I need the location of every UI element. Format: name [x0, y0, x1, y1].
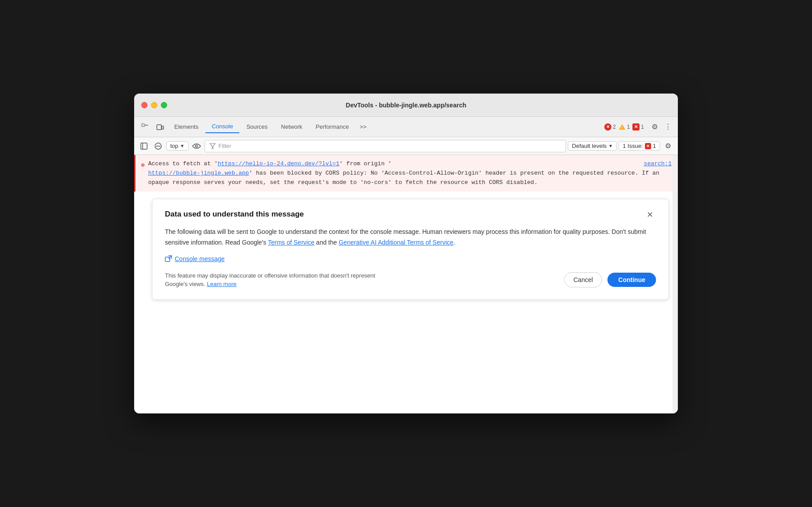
dialog-footer: This feature may display inaccurate or o… [165, 271, 656, 289]
scrollbar[interactable] [673, 155, 678, 413]
svg-rect-2 [157, 125, 161, 130]
info-badge: ✕ 1 [632, 123, 644, 131]
element-selector-icon[interactable] [138, 120, 152, 134]
learn-more-link[interactable]: Learn more [207, 281, 236, 287]
warning-badge: ! 1 [619, 123, 630, 131]
close-button[interactable] [141, 102, 148, 108]
error-badge: ✕ 2 [604, 123, 616, 131]
settings-icon[interactable]: ⚙ [648, 121, 661, 133]
console-settings-icon[interactable]: ⚙ [662, 140, 674, 152]
data-dialog: Data used to understand this message ✕ T… [152, 199, 669, 300]
dialog-body: The following data will be sent to Googl… [165, 227, 656, 248]
tab-performance[interactable]: Performance [309, 121, 355, 133]
cors-fetch-url-link[interactable]: https://hello-io-24.deno.dev/?lvl=1 [217, 160, 339, 167]
more-tabs-button[interactable]: >> [356, 120, 370, 134]
svg-text:!: ! [621, 126, 623, 130]
continue-button[interactable]: Continue [607, 273, 656, 287]
error-message-row: ⊗ Access to fetch at 'https://hello-io-2… [134, 155, 678, 192]
sidebar-toggle-icon[interactable] [138, 140, 150, 152]
error-circle-icon: ⊗ [141, 160, 144, 187]
tab-elements[interactable]: Elements [168, 121, 205, 133]
svg-rect-0 [142, 124, 144, 127]
tab-network[interactable]: Network [275, 121, 309, 133]
error-source-link[interactable]: search:1 [644, 159, 672, 169]
default-levels-selector[interactable]: Default levels ▼ [568, 141, 617, 151]
issue-error-icon: ✕ [645, 143, 651, 149]
console-content: ⊗ Access to fetch at 'https://hello-io-2… [134, 155, 678, 413]
console-toolbar: top ▼ Filter Default levels ▼ 1 Issue: ✕… [134, 137, 678, 155]
chevron-down-icon: ▼ [180, 143, 185, 148]
more-options-icon[interactable]: ⋮ [662, 121, 674, 133]
footer-disclaimer: This feature may display inaccurate or o… [165, 271, 388, 289]
window-title: DevTools - bubble-jingle.web.app/search [346, 102, 466, 109]
error-badge-group: ✕ 2 ! 1 ✕ 1 [604, 123, 644, 131]
clear-console-icon[interactable] [152, 140, 164, 152]
filter-bar[interactable]: Filter [205, 140, 566, 152]
info-icon: ✕ [632, 123, 640, 131]
external-link-icon [165, 255, 172, 262]
cancel-button[interactable]: Cancel [564, 272, 603, 287]
warning-icon: ! [619, 123, 626, 131]
origin-url-link[interactable]: https://bubble-jingle.web.app [148, 170, 249, 176]
svg-point-10 [195, 145, 197, 147]
tos-link[interactable]: Terms of Service [268, 239, 314, 246]
tab-bar: Elements Console Sources Network Perform… [134, 117, 678, 137]
dialog-title: Data used to understand this message [165, 210, 304, 219]
error-icon: ✕ [604, 123, 611, 131]
traffic-lights [141, 102, 167, 108]
svg-rect-3 [162, 126, 164, 129]
chevron-down-icon: ▼ [608, 143, 613, 148]
minimize-button[interactable] [151, 102, 157, 108]
device-toggle-icon[interactable] [153, 120, 167, 134]
tab-sources[interactable]: Sources [240, 121, 274, 133]
console-message-link[interactable]: Console message [165, 255, 656, 262]
dialog-close-button[interactable]: ✕ [644, 210, 656, 220]
title-bar: DevTools - bubble-jingle.web.app/search [134, 94, 678, 117]
dialog-header: Data used to understand this message ✕ [165, 210, 656, 220]
ai-tos-link[interactable]: Generative AI Additional Terms of Servic… [339, 239, 453, 246]
tab-console[interactable]: Console [205, 120, 239, 133]
footer-buttons: Cancel Continue [564, 272, 656, 287]
devtools-window: DevTools - bubble-jingle.web.app/search … [134, 94, 678, 413]
svg-marker-11 [210, 143, 215, 149]
maximize-button[interactable] [161, 102, 167, 108]
svg-rect-6 [141, 143, 147, 149]
context-selector[interactable]: top ▼ [166, 141, 189, 151]
issue-count-badge: 1 Issue: ✕ 1 [619, 141, 660, 151]
live-expressions-icon[interactable] [190, 140, 203, 152]
